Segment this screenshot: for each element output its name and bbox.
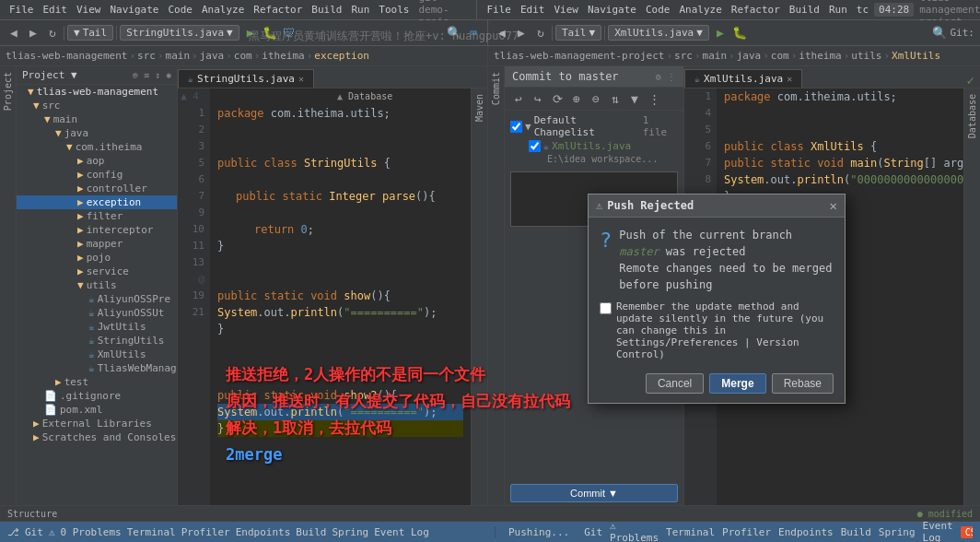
left-run-config-dropdown[interactable]: StringUtils.java ▼: [120, 25, 239, 41]
tree-jwtutils[interactable]: ☕ JwtUtils: [17, 320, 177, 334]
right-bc-main[interactable]: main: [703, 50, 728, 62]
tree-service[interactable]: ▶ service: [17, 265, 177, 278]
tree-xmlutils[interactable]: ☕ XmlUtils: [17, 348, 177, 361]
left-bc-java[interactable]: java: [200, 50, 225, 62]
commit-button[interactable]: Commit ▼: [510, 484, 678, 502]
dialog-cancel-button[interactable]: Cancel: [646, 373, 704, 394]
tree-aliyunut[interactable]: ☕ AliyunOSSUt: [17, 306, 177, 320]
commit-tb-filter[interactable]: ▼: [626, 90, 643, 107]
left-code-content[interactable]: ▲ Database package com.itheima.utils; pu…: [210, 88, 471, 505]
left-bc-com[interactable]: com: [234, 50, 252, 62]
left-menu-code[interactable]: Code: [164, 4, 196, 16]
run-with-coverage-icon[interactable]: 🛡: [281, 25, 298, 41]
status-right-build[interactable]: Build: [841, 526, 871, 538]
commit-vtab[interactable]: Commit: [489, 66, 503, 111]
status-right-endpoints[interactable]: Endpoints: [778, 526, 834, 538]
right-bc-src[interactable]: src: [674, 50, 693, 62]
refresh-icon[interactable]: ↻: [44, 25, 61, 41]
changelist-checkbox[interactable]: [510, 121, 522, 133]
right-tab-close-icon[interactable]: ✕: [787, 74, 792, 84]
forward-icon[interactable]: ▶: [25, 25, 41, 41]
tree-tliaswebmanag[interactable]: ☕ TliasWebManag: [17, 361, 177, 375]
status-right-eventlog[interactable]: Event Log: [923, 520, 953, 542]
tree-src[interactable]: ▼ src: [17, 99, 177, 112]
structure-tab[interactable]: Structure: [7, 509, 57, 519]
file-checkbox[interactable]: [529, 140, 541, 152]
run-icon[interactable]: ▶: [242, 25, 259, 41]
right-menu-refactor[interactable]: Refactor: [728, 4, 784, 16]
search-icon[interactable]: 🔍: [446, 25, 462, 41]
right-bc-com[interactable]: com: [771, 50, 789, 62]
dialog-rebase-button[interactable]: Rebase: [772, 373, 834, 394]
status-right-terminal[interactable]: Terminal: [666, 526, 715, 538]
right-bc-utils[interactable]: utils: [851, 50, 881, 62]
tree-mapper[interactable]: ▶ mapper: [17, 237, 177, 251]
back-icon[interactable]: ◀: [6, 25, 22, 41]
tree-pomxml[interactable]: 📄 pom.xml: [17, 403, 177, 417]
right-bc-java[interactable]: java: [737, 50, 762, 62]
right-menu-view[interactable]: View: [550, 4, 582, 16]
right-menu-navigate[interactable]: Navigate: [584, 4, 640, 16]
tree-exception[interactable]: ▶ exception: [17, 195, 177, 209]
tree-aliyunpre[interactable]: ☕ AliyunOSSPre: [17, 292, 177, 306]
right-debug-icon[interactable]: 🐛: [731, 25, 748, 41]
right-menu-edit[interactable]: Edit: [517, 4, 549, 16]
status-profiler-label[interactable]: Profiler: [181, 526, 230, 538]
tree-external[interactable]: ▶ External Libraries: [17, 417, 177, 430]
status-build-label[interactable]: Build: [296, 526, 326, 538]
left-tab-close-icon[interactable]: ✕: [298, 74, 304, 84]
left-menu-analyze[interactable]: Analyze: [198, 4, 248, 16]
left-bc-itheima[interactable]: itheima: [262, 50, 304, 62]
status-terminal-label[interactable]: Terminal: [127, 526, 176, 538]
database-vtab[interactable]: Database: [965, 88, 979, 144]
dialog-merge-button[interactable]: Merge: [709, 373, 765, 394]
left-bc-main[interactable]: main: [166, 50, 191, 62]
tree-root[interactable]: ▼ tlias-web-management: [17, 85, 177, 99]
status-spring-label[interactable]: Spring: [332, 526, 368, 538]
commit-tb-redo[interactable]: ↪: [530, 90, 546, 107]
left-bc-exception[interactable]: exception: [314, 50, 369, 62]
tree-pojo[interactable]: ▶ pojo: [17, 251, 177, 265]
right-tab-xmlutils[interactable]: ☕ XmlUtils.java ✕: [684, 69, 802, 88]
right-menu-build[interactable]: Build: [786, 4, 823, 16]
commit-tb-expand[interactable]: ⊕: [568, 90, 585, 107]
debug-icon[interactable]: 🐛: [262, 25, 278, 41]
left-menu-run[interactable]: Run: [347, 4, 373, 16]
left-menu-edit[interactable]: Edit: [40, 4, 72, 16]
tree-java[interactable]: ▼ java: [17, 126, 177, 140]
commit-tb-collapse[interactable]: ⊖: [588, 90, 604, 107]
left-menu-refactor[interactable]: Refactor: [250, 4, 306, 16]
right-bc-xmlutils[interactable]: XmlUtils: [892, 50, 940, 62]
status-git-label[interactable]: Git: [25, 526, 43, 538]
dialog-close-button[interactable]: ✕: [830, 198, 837, 213]
right-refresh-icon[interactable]: ↻: [532, 25, 549, 41]
tree-aop[interactable]: ▶ aop: [17, 154, 177, 168]
commit-tb-sort[interactable]: ⇅: [607, 90, 624, 107]
status-right-profiler[interactable]: Profiler: [722, 526, 771, 538]
left-bc-src[interactable]: src: [137, 50, 156, 62]
tree-utils[interactable]: ▼ utils: [17, 278, 177, 292]
tree-interceptor[interactable]: ▶ interceptor: [17, 223, 177, 237]
left-tab-stringutils[interactable]: ☕ StringUtils.java ✕: [178, 69, 314, 88]
right-search-icon[interactable]: 🔍: [931, 25, 948, 41]
tree-stringutils[interactable]: ☕ StringUtils: [17, 334, 177, 348]
tree-filter[interactable]: ▶ filter: [17, 209, 177, 223]
right-project-dropdown[interactable]: Tail ▼: [555, 25, 601, 41]
right-menu-run[interactable]: Run: [825, 4, 851, 16]
right-back-icon[interactable]: ◀: [494, 25, 510, 41]
settings-icon[interactable]: ⌨: [465, 25, 482, 41]
tree-controller[interactable]: ▶ controller: [17, 182, 177, 195]
tree-main[interactable]: ▼ main: [17, 112, 177, 126]
status-problems-label[interactable]: 0 Problems: [61, 526, 122, 538]
tree-scratches[interactable]: ▶ Scratches and Consoles: [17, 430, 177, 444]
project-vtab[interactable]: Project: [1, 66, 15, 116]
commit-tb-undo[interactable]: ↩: [510, 90, 527, 107]
commit-tb-refresh[interactable]: ⟳: [549, 90, 566, 107]
right-menu-code[interactable]: Code: [642, 4, 674, 16]
right-bc-itheima[interactable]: itheima: [799, 50, 841, 62]
right-menu-file[interactable]: File: [483, 4, 515, 16]
tree-test[interactable]: ▶ test: [17, 375, 177, 389]
changed-file-row[interactable]: ☕ XmlUtils.java: [510, 138, 678, 154]
left-menu-navigate[interactable]: Navigate: [107, 4, 163, 16]
tree-gitignore[interactable]: 📄 .gitignore: [17, 389, 177, 403]
